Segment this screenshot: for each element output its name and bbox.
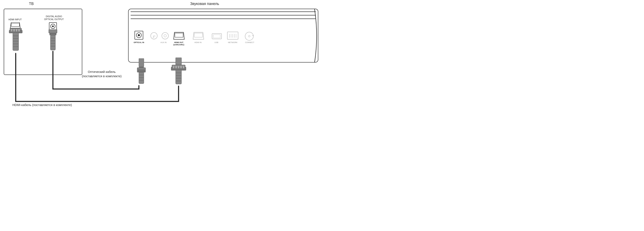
connect-label: CONNECT — [242, 41, 257, 44]
tv-label: ТВ — [29, 2, 34, 6]
vent-line-3 — [130, 19, 316, 19]
aux-in-label: AUX IN — [158, 41, 169, 44]
svg-rect-61 — [183, 66, 184, 68]
hdmi-in-port-icon — [192, 32, 204, 40]
svg-rect-14 — [13, 41, 18, 42]
svg-rect-59 — [178, 66, 180, 68]
svg-rect-20 — [50, 38, 56, 39]
svg-rect-35 — [212, 34, 222, 39]
svg-rect-8 — [11, 29, 12, 32]
svg-rect-60 — [180, 66, 182, 68]
optical-in-label: OPTICAL IN — [132, 41, 146, 44]
bluetooth-port-icon: ℘ — [150, 32, 158, 40]
soundbar-right-edge — [314, 9, 319, 63]
svg-text:℘: ℘ — [153, 34, 156, 38]
hdmi-in-label: HDMI IN — [190, 41, 206, 44]
svg-marker-33 — [193, 32, 204, 39]
digital-audio-label: DIGITAL AUDIO OPTICAL OUTPUT — [40, 15, 68, 21]
svg-point-4 — [52, 26, 54, 27]
svg-rect-12 — [13, 35, 18, 36]
svg-rect-11 — [18, 29, 20, 32]
optical-in-port-icon — [134, 30, 144, 42]
svg-rect-54 — [176, 58, 182, 65]
optical-label-line2: (поставляется в комплекте) — [82, 74, 122, 78]
svg-rect-15 — [13, 44, 18, 44]
svg-point-29 — [162, 33, 168, 39]
svg-rect-16 — [13, 46, 18, 47]
hdmi-out-port-icon — [173, 32, 185, 40]
svg-rect-49 — [138, 70, 145, 72]
svg-rect-22 — [50, 43, 56, 44]
svg-rect-62 — [176, 70, 182, 84]
connect-port-icon — [244, 32, 254, 41]
diagram-container: ТВ HDMI INPUT DIGITAL AUDIO OPTICAL OUTP… — [0, 0, 322, 116]
svg-rect-19 — [50, 35, 56, 50]
svg-rect-34 — [194, 33, 202, 37]
svg-point-44 — [248, 35, 250, 37]
svg-point-43 — [245, 32, 254, 40]
svg-marker-31 — [174, 32, 184, 39]
svg-rect-1 — [11, 23, 20, 27]
aux-in-port-icon — [161, 32, 169, 40]
usb-label: USB — [211, 41, 222, 44]
svg-rect-17 — [49, 29, 57, 33]
svg-rect-53 — [139, 80, 144, 81]
svg-rect-64 — [176, 75, 182, 76]
svg-rect-58 — [175, 66, 177, 68]
svg-point-26 — [138, 34, 140, 36]
usb-port-icon — [211, 33, 222, 40]
hdmi-connector-tv — [8, 28, 24, 53]
svg-rect-63 — [176, 72, 182, 73]
vent-line-1 — [130, 11, 316, 12]
optical-connector-tv — [46, 29, 60, 52]
svg-rect-66 — [176, 81, 182, 81]
svg-rect-23 — [50, 46, 56, 47]
hdmi-input-label: HDMI INPUT — [6, 18, 24, 21]
network-port-icon — [226, 31, 239, 40]
optical-label-line1: Оптический кабель — [88, 70, 116, 74]
svg-rect-51 — [139, 75, 144, 75]
svg-rect-65 — [176, 78, 182, 79]
digital-audio-line2: OPTICAL OUTPUT — [44, 18, 64, 21]
svg-rect-21 — [50, 40, 56, 41]
hdmi-connector-soundbar — [170, 58, 187, 86]
svg-rect-46 — [139, 58, 144, 67]
svg-rect-32 — [175, 33, 183, 37]
svg-rect-57 — [173, 66, 174, 68]
svg-rect-36 — [213, 35, 220, 38]
soundbar-label: Звуковая панель — [190, 2, 219, 6]
digital-audio-line1: DIGITAL AUDIO — [46, 15, 62, 18]
optical-connector-soundbar — [134, 58, 148, 85]
hdmi-out-label: HDMI OUT(eARC/ARC) — [171, 41, 187, 46]
svg-rect-13 — [13, 38, 18, 39]
hdmi-cable-label: HDMI-кабель (поставляется в комплекте) — [12, 103, 72, 107]
svg-point-30 — [164, 35, 166, 37]
network-label: NETWORK — [225, 41, 240, 44]
svg-rect-9 — [13, 29, 15, 32]
svg-rect-18 — [50, 33, 56, 35]
optical-cable-label: Оптический кабель (поставляется в компле… — [82, 70, 122, 78]
vent-line-2 — [130, 15, 316, 16]
svg-rect-10 — [16, 29, 17, 32]
svg-rect-52 — [139, 77, 144, 78]
